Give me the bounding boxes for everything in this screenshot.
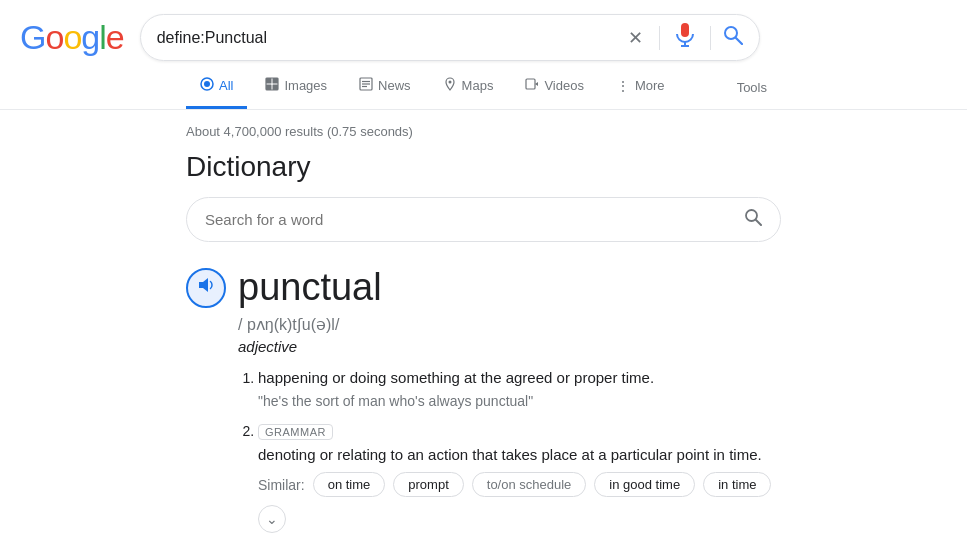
search-submit-icon[interactable]: [723, 25, 743, 50]
svg-rect-0: [681, 23, 689, 37]
svg-point-3: [725, 27, 737, 39]
tab-videos[interactable]: Videos: [511, 65, 598, 109]
svg-line-20: [756, 220, 761, 225]
similar-tag-in-time[interactable]: in time: [703, 472, 771, 497]
all-icon: [200, 77, 214, 94]
tab-more-label: More: [635, 78, 665, 93]
tab-news[interactable]: News: [345, 65, 425, 109]
images-icon: [265, 77, 279, 94]
svg-point-16: [448, 81, 451, 84]
svg-rect-10: [266, 85, 272, 91]
similar-tag-prompt[interactable]: prompt: [393, 472, 463, 497]
divider: [659, 26, 660, 50]
def-example-1: "he's the sort of man who's always punct…: [258, 393, 781, 409]
tab-maps-label: Maps: [462, 78, 494, 93]
similar-label: Similar:: [258, 477, 305, 493]
divider2: [710, 26, 711, 50]
word-heading: punctual: [238, 266, 382, 309]
speaker-icon: [197, 276, 215, 299]
similar-row: Similar: on time prompt to/on schedule i…: [258, 472, 781, 533]
search-bar: ✕: [140, 14, 760, 61]
nav-tabs: All Images News: [0, 65, 967, 110]
videos-icon: [525, 77, 539, 94]
more-dots-icon: ⋮: [616, 78, 630, 94]
tab-news-label: News: [378, 78, 411, 93]
tools-button[interactable]: Tools: [723, 68, 781, 107]
phonetic: / pʌŋ(k)tʃu(ə)l/: [238, 315, 781, 334]
google-logo[interactable]: Google: [20, 18, 124, 57]
def-text-1: happening or doing something at the agre…: [258, 367, 781, 390]
speaker-button[interactable]: [186, 268, 226, 308]
similar-tag-on-time[interactable]: on time: [313, 472, 386, 497]
definition-item: happening or doing something at the agre…: [258, 367, 781, 409]
svg-rect-9: [273, 78, 279, 84]
tab-all[interactable]: All: [186, 65, 247, 109]
tab-images-label: Images: [284, 78, 327, 93]
def-text-2: denoting or relating to an action that t…: [258, 444, 781, 467]
header: Google ✕: [0, 0, 967, 61]
mic-icon[interactable]: [672, 23, 698, 52]
grammar-badge: GRAMMAR: [258, 424, 333, 440]
news-icon: [359, 77, 373, 94]
svg-marker-21: [199, 278, 208, 292]
similar-tag-schedule[interactable]: to/on schedule: [472, 472, 587, 497]
results-area: About 4,700,000 results (0.75 seconds) D…: [0, 110, 967, 555]
svg-line-4: [736, 38, 742, 44]
tab-maps[interactable]: Maps: [429, 65, 508, 109]
svg-point-6: [204, 81, 210, 87]
word-class: adjective: [238, 338, 781, 355]
word-search-button[interactable]: [744, 208, 762, 231]
dictionary-heading: Dictionary: [186, 151, 781, 183]
results-stats: About 4,700,000 results (0.75 seconds): [186, 118, 781, 151]
word-search-input[interactable]: [205, 211, 736, 228]
clear-icon[interactable]: ✕: [624, 27, 647, 49]
search-input[interactable]: [157, 29, 616, 47]
tab-images[interactable]: Images: [251, 65, 341, 109]
similar-tag-in-good-time[interactable]: in good time: [594, 472, 695, 497]
tab-all-label: All: [219, 78, 233, 93]
word-entry: punctual: [186, 266, 781, 309]
definition-item-2: GRAMMAR denoting or relating to an actio…: [258, 423, 781, 534]
definitions-list: happening or doing something at the agre…: [238, 367, 781, 533]
word-search-bar: [186, 197, 781, 242]
more-similar-button[interactable]: ⌄: [258, 505, 286, 533]
dictionary-section: Dictionary punctual /: [186, 151, 781, 533]
tab-videos-label: Videos: [544, 78, 584, 93]
tab-more[interactable]: ⋮ More: [602, 66, 679, 109]
svg-rect-8: [266, 78, 272, 84]
svg-rect-17: [526, 79, 535, 89]
svg-rect-11: [273, 85, 279, 91]
maps-icon: [443, 77, 457, 94]
